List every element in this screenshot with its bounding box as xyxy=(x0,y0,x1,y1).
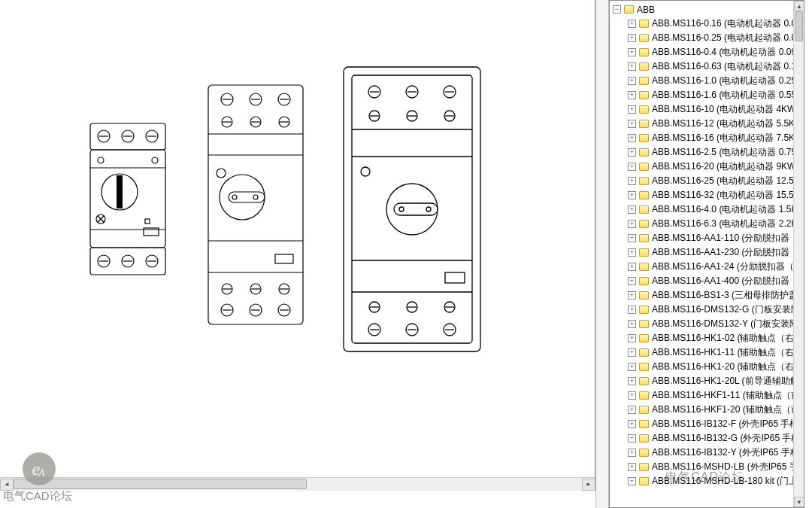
expand-icon[interactable]: + xyxy=(628,306,636,314)
expand-icon[interactable]: + xyxy=(628,434,636,443)
expand-icon[interactable]: + xyxy=(628,105,636,114)
tree-item-label: ABB.MS116-AA1-24 (分励脱扣器（左边 xyxy=(652,260,804,273)
expand-icon[interactable]: + xyxy=(628,277,636,285)
part-icon xyxy=(639,406,649,414)
tree-item-label: ABB.MS116-HKF1-20 (辅助触点（前装 xyxy=(652,403,804,416)
part-icon xyxy=(639,334,649,342)
symbol-motor-starter-medium[interactable] xyxy=(208,84,304,325)
tree-item[interactable]: +ABB.MS116-6.3 (电动机起动器 2.2KW xyxy=(611,217,804,231)
expand-icon[interactable]: + xyxy=(628,77,636,85)
expand-icon[interactable]: + xyxy=(628,134,636,142)
tree-item[interactable]: +ABB.MS116-HKF1-20 (辅助触点（前装 xyxy=(611,403,804,417)
symbol-motor-starter-small[interactable] xyxy=(89,123,166,276)
expand-icon[interactable]: + xyxy=(628,248,636,257)
scroll-thumb[interactable] xyxy=(14,479,307,489)
expand-icon[interactable]: + xyxy=(628,163,636,171)
expand-icon[interactable]: + xyxy=(628,377,636,385)
tree-item[interactable]: +ABB.MS116-0.16 (电动机起动器 0.03K xyxy=(611,17,804,31)
scroll-track[interactable] xyxy=(14,479,582,491)
tree-item[interactable]: +ABB.MS116-0.25 (电动机起动器 0.06K xyxy=(611,31,804,45)
expand-icon[interactable]: + xyxy=(628,406,636,414)
expand-icon[interactable]: + xyxy=(628,234,636,242)
svg-rect-23 xyxy=(145,219,150,224)
tree-item-label: ABB.MS116-BS1-3 (三相母排防护盖) xyxy=(652,289,801,302)
symbol-motor-starter-large[interactable] xyxy=(343,66,481,352)
expand-icon[interactable]: + xyxy=(628,263,636,271)
expand-icon[interactable]: + xyxy=(628,177,636,185)
tree-item[interactable]: +ABB.MS116-IB132-F (外壳IP65 手柄延 xyxy=(611,417,804,431)
tree-item[interactable]: +ABB.MS116-DMS132-Y (门板安装附件 xyxy=(611,317,804,331)
tree-item-label: ABB.MS116-HK1-20L (前导通辅助触点 xyxy=(652,375,804,388)
expand-icon[interactable]: + xyxy=(628,205,636,214)
expand-icon[interactable]: + xyxy=(628,348,636,357)
expand-icon[interactable]: + xyxy=(628,291,636,300)
tree-item[interactable]: +ABB.MS116-AA1-24 (分励脱扣器（左边 xyxy=(611,260,804,274)
part-icon xyxy=(639,363,649,371)
collapse-icon[interactable]: − xyxy=(613,5,621,14)
tree-item-label: ABB.MS116-AA1-110 (分励脱扣器（左 xyxy=(652,232,804,245)
expand-icon[interactable]: + xyxy=(628,463,636,471)
expand-icon[interactable]: + xyxy=(628,20,636,28)
tree-item[interactable]: +ABB.MS116-DMS132-G (门板安装附件 xyxy=(611,303,804,317)
tree-item[interactable]: +ABB.MS116-HKF1-11 (辅助触点（前装 xyxy=(611,388,804,403)
expand-icon[interactable]: + xyxy=(628,148,636,157)
canvas-horizontal-scrollbar[interactable]: ◄ ► xyxy=(0,477,595,491)
expand-icon[interactable]: + xyxy=(628,334,636,342)
expand-icon[interactable]: + xyxy=(628,391,636,400)
parts-tree[interactable]: −ABB+ABB.MS116-0.16 (电动机起动器 0.03K+ABB.MS… xyxy=(610,1,804,507)
scroll-down-icon[interactable]: ▼ xyxy=(794,497,804,507)
tree-item[interactable]: +ABB.MS116-AA1-230 (分励脱扣器（左 xyxy=(611,245,804,260)
tree-item[interactable]: +ABB.MS116-IB132-G (外壳IP65 手柄延 xyxy=(611,431,804,446)
tree-root[interactable]: −ABB xyxy=(611,2,804,17)
tree-item[interactable]: +ABB.MS116-AA1-110 (分励脱扣器（左 xyxy=(611,231,804,245)
tree-item[interactable]: +ABB.MS116-HK1-11 (辅助触点（右侧 xyxy=(611,345,804,360)
part-icon xyxy=(639,291,649,300)
tree-item[interactable]: +ABB.MS116-25 (电动机起动器 12.5KW xyxy=(611,174,804,188)
parts-tree-panel: −ABB+ABB.MS116-0.16 (电动机起动器 0.03K+ABB.MS… xyxy=(609,0,804,508)
tree-item[interactable]: +ABB.MS116-20 (电动机起动器 9KW) xyxy=(611,160,804,174)
tree-item[interactable]: +ABB.MS116-16 (电动机起动器 7.5KW) xyxy=(611,131,804,145)
tree-item[interactable]: +ABB.MS116-2.5 (电动机起动器 0.75KV xyxy=(611,145,804,160)
expand-icon[interactable]: + xyxy=(628,91,636,99)
expand-icon[interactable]: + xyxy=(628,48,636,56)
tree-item[interactable]: +ABB.MS116-HK1-20 (辅助触点（右侧 xyxy=(611,360,804,374)
expand-icon[interactable]: + xyxy=(628,220,636,228)
expand-icon[interactable]: + xyxy=(628,320,636,328)
tree-item[interactable]: +ABB.MS116-1.0 (电动机起动器 0.25KV xyxy=(611,74,804,88)
expand-icon[interactable]: + xyxy=(628,62,636,71)
part-icon xyxy=(639,463,649,471)
expand-icon[interactable]: + xyxy=(628,420,636,428)
expand-icon[interactable]: + xyxy=(628,449,636,457)
tree-item-label: ABB.MS116-10 (电动机起动器 4KW) xyxy=(652,103,798,116)
expand-icon[interactable]: + xyxy=(628,191,636,199)
tree-item[interactable]: +ABB.MS116-32 (电动机起动器 15.5KW xyxy=(611,188,804,202)
tree-item-label: ABB.MS116-DMS132-G (门板安装附件 xyxy=(652,303,804,316)
tree-item[interactable]: +ABB.MS116-IB132-Y (外壳IP65 手柄延 xyxy=(611,446,804,460)
logo-letter-a: A xyxy=(38,467,45,479)
tree-item[interactable]: +ABB.MS116-BS1-3 (三相母排防护盖) xyxy=(611,288,804,303)
tree-vertical-scrollbar[interactable]: ▲ ▼ xyxy=(793,1,804,507)
panel-divider[interactable] xyxy=(595,0,609,508)
tree-item[interactable]: +ABB.MS116-0.4 (电动机起动器 0.09KV xyxy=(611,45,804,59)
scroll-up-icon[interactable]: ▲ xyxy=(794,1,804,11)
tree-item[interactable]: +ABB.MS116-HK1-02 (辅助触点（右侧 xyxy=(611,331,804,345)
scroll-right-icon[interactable]: ► xyxy=(582,479,595,491)
expand-icon[interactable]: + xyxy=(628,477,636,485)
scroll-thumb[interactable] xyxy=(795,11,803,41)
tree-item[interactable]: +ABB.MS116-0.63 (电动机起动器 0.12K xyxy=(611,59,804,74)
part-icon xyxy=(639,391,649,400)
tree-item-label: ABB.MS116-HKF1-11 (辅助触点（前装 xyxy=(652,389,804,402)
expand-icon[interactable]: + xyxy=(628,120,636,128)
tree-item[interactable]: +ABB.MS116-AA1-400 (分励脱扣器（左 xyxy=(611,274,804,288)
part-icon xyxy=(639,277,649,285)
expand-icon[interactable]: + xyxy=(628,34,636,42)
tree-item[interactable]: +ABB.MS116-12 (电动机起动器 5.5KW) xyxy=(611,117,804,131)
tree-item[interactable]: +ABB.MS116-4.0 (电动机起动器 1.5KW xyxy=(611,202,804,217)
part-icon xyxy=(639,34,649,42)
tree-item-label: ABB.MS116-1.6 (电动机起动器 0.55KV xyxy=(652,89,804,102)
drawing-canvas[interactable]: ◄ ► xyxy=(0,0,595,491)
tree-item[interactable]: +ABB.MS116-1.6 (电动机起动器 0.55KV xyxy=(611,88,804,102)
expand-icon[interactable]: + xyxy=(628,363,636,371)
tree-item[interactable]: +ABB.MS116-HK1-20L (前导通辅助触点 xyxy=(611,374,804,388)
tree-item[interactable]: +ABB.MS116-10 (电动机起动器 4KW) xyxy=(611,102,804,117)
